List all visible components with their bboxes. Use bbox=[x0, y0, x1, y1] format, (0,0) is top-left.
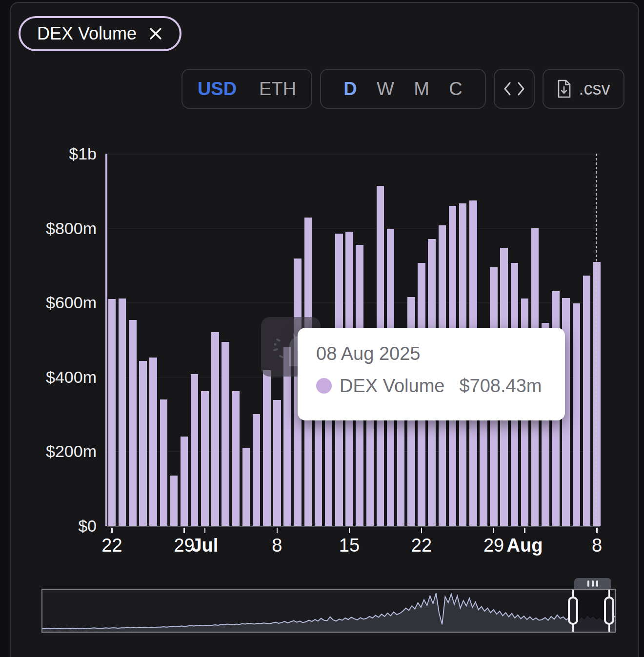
csv-button-label: .csv bbox=[579, 79, 610, 99]
bar-22-jun[interactable] bbox=[108, 299, 116, 526]
x-tick bbox=[204, 528, 206, 533]
bar-1-jul[interactable] bbox=[201, 391, 209, 526]
grip-dot bbox=[596, 580, 598, 587]
bar-28-jun[interactable] bbox=[170, 476, 178, 526]
y-axis-label: $600m bbox=[19, 294, 97, 311]
x-tick bbox=[524, 528, 525, 533]
zoom-navigator[interactable] bbox=[41, 589, 616, 633]
tooltip-series-name: DEX Volume bbox=[340, 377, 444, 395]
x-axis-label: 15 bbox=[339, 536, 360, 556]
x-tick bbox=[493, 528, 495, 533]
x-axis-label: 22 bbox=[411, 536, 432, 556]
interval-option-m[interactable]: M bbox=[414, 80, 429, 98]
brush-handle-right[interactable] bbox=[604, 597, 614, 625]
currency-option-eth[interactable]: ETH bbox=[259, 80, 296, 98]
x-tick bbox=[349, 528, 350, 533]
navigator-minichart bbox=[42, 590, 615, 632]
series-dot bbox=[316, 378, 332, 394]
embed-button[interactable] bbox=[494, 69, 535, 109]
hover-crosshair-line bbox=[596, 154, 597, 526]
gridline bbox=[107, 228, 600, 229]
filter-pill-label: DEX Volume bbox=[37, 25, 137, 42]
x-tick bbox=[277, 528, 278, 533]
bar-8-jul[interactable] bbox=[273, 400, 281, 526]
grip-dot bbox=[587, 580, 589, 587]
filter-pill-dex-volume[interactable]: DEX Volume bbox=[19, 16, 181, 51]
x-axis-label: Jul bbox=[191, 536, 218, 556]
page: DEX Volume USD ETH D W M C bbox=[0, 0, 644, 657]
x-axis-label: 22 bbox=[101, 536, 122, 556]
bar-6-aug[interactable] bbox=[573, 303, 581, 526]
x-axis-label: 8 bbox=[592, 536, 602, 556]
tooltip-date: 08 Aug 2025 bbox=[316, 344, 546, 363]
y-axis-label: $400m bbox=[19, 369, 97, 385]
x-axis-label: Aug bbox=[507, 536, 543, 556]
x-tick bbox=[421, 528, 423, 533]
interval-toggle: D W M C bbox=[320, 69, 486, 109]
bar-6-jul[interactable] bbox=[253, 414, 261, 526]
tooltip-series-value: $708.43m bbox=[459, 377, 542, 395]
grip-dot bbox=[592, 580, 594, 587]
bar-29-jun[interactable] bbox=[181, 437, 188, 526]
y-axis-label: $200m bbox=[19, 443, 97, 459]
close-icon[interactable] bbox=[148, 26, 163, 41]
download-csv-button[interactable]: .csv bbox=[543, 69, 624, 109]
bar-8-aug[interactable] bbox=[593, 262, 601, 526]
interval-option-c[interactable]: C bbox=[449, 80, 462, 98]
x-tick bbox=[183, 528, 185, 533]
bar-21-jun[interactable] bbox=[105, 154, 108, 526]
interval-option-w[interactable]: W bbox=[377, 80, 394, 98]
bar-4-jul[interactable] bbox=[232, 391, 240, 526]
y-axis-label: $1b bbox=[19, 145, 97, 162]
y-axis-label: $800m bbox=[19, 220, 97, 237]
currency-toggle: USD ETH bbox=[181, 69, 312, 109]
bar-7-jul[interactable] bbox=[263, 370, 271, 526]
bar-27-jun[interactable] bbox=[160, 399, 168, 526]
interval-option-d[interactable]: D bbox=[343, 80, 357, 98]
bar-25-jun[interactable] bbox=[139, 361, 147, 526]
bar-23-jun[interactable] bbox=[119, 299, 126, 526]
gridline bbox=[107, 154, 600, 155]
currency-option-usd[interactable]: USD bbox=[198, 80, 237, 98]
bar-7-aug[interactable] bbox=[583, 276, 591, 526]
brush-handle-left[interactable] bbox=[568, 597, 578, 625]
x-axis-line bbox=[107, 526, 600, 527]
chart-tooltip: 08 Aug 2025 DEX Volume $708.43m bbox=[298, 328, 565, 420]
bar-3-jul[interactable] bbox=[221, 342, 229, 526]
brush-drag-grip[interactable] bbox=[574, 578, 611, 589]
file-download-icon bbox=[557, 80, 571, 98]
bar-5-jul[interactable] bbox=[242, 448, 250, 526]
bar-26-jun[interactable] bbox=[149, 358, 157, 526]
x-axis-label: 29 bbox=[483, 536, 504, 556]
bar-30-jun[interactable] bbox=[191, 374, 199, 526]
x-tick bbox=[111, 528, 113, 533]
code-brackets-icon bbox=[503, 81, 525, 97]
bar-2-jul[interactable] bbox=[211, 332, 219, 526]
x-axis-label: 8 bbox=[272, 536, 282, 556]
x-tick bbox=[596, 528, 598, 533]
bar-24-jun[interactable] bbox=[129, 320, 137, 526]
y-axis-label: $0 bbox=[19, 518, 97, 534]
